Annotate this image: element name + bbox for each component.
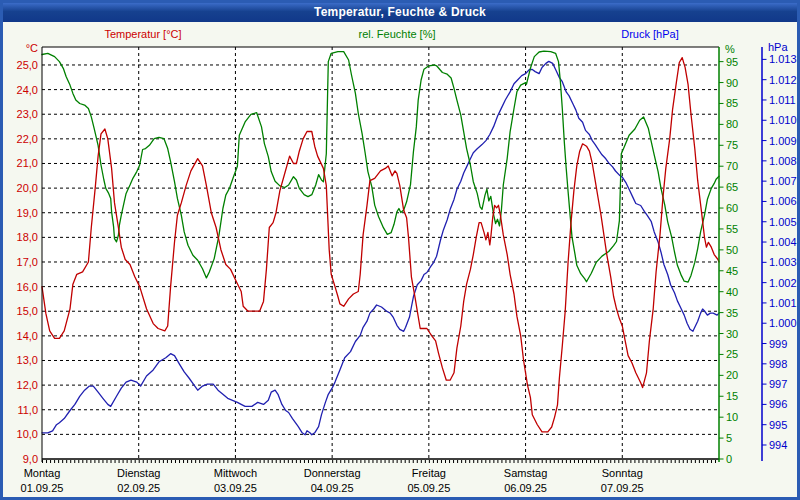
window-titlebar: Temperatur, Feuchte & Druck xyxy=(3,3,797,22)
window-title: Temperatur, Feuchte & Druck xyxy=(314,5,486,19)
chart-panel xyxy=(3,22,797,497)
app-window: Temperatur, Feuchte & Druck xyxy=(0,0,800,500)
